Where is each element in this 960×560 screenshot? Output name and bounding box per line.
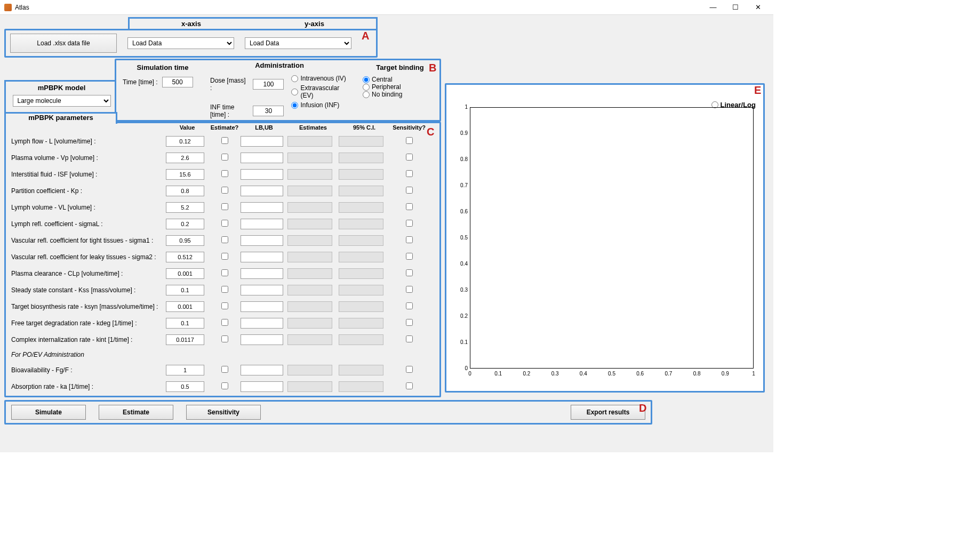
- param-value-input[interactable]: [166, 235, 204, 246]
- region-label-d: D: [639, 402, 646, 414]
- param-sensitivity-checkbox[interactable]: [406, 302, 413, 309]
- param-estimate-checkbox[interactable]: [221, 203, 228, 210]
- param-lbub-input[interactable]: [241, 169, 283, 180]
- target-option-2: No binding: [363, 91, 437, 98]
- param-sensitivity-checkbox[interactable]: [406, 319, 413, 326]
- param-row: Lymph refl. coefficient - sigmaL :: [11, 215, 434, 232]
- x-axis-select[interactable]: Load Data: [127, 37, 234, 49]
- param-sensitivity-checkbox[interactable]: [406, 253, 413, 260]
- param-lbub-input[interactable]: [241, 252, 283, 262]
- close-button[interactable]: ✕: [747, 1, 769, 14]
- param-estimate-checkbox[interactable]: [221, 137, 228, 144]
- param-lbub-input[interactable]: [241, 318, 283, 329]
- param-value-input[interactable]: [166, 219, 204, 229]
- target-radio-1[interactable]: [363, 84, 370, 91]
- param-sensitivity-checkbox[interactable]: [406, 335, 413, 342]
- param-value-input[interactable]: [166, 186, 204, 196]
- inf-time-label: INF time [time] :: [210, 103, 249, 118]
- sensitivity-button[interactable]: Sensitivity: [186, 405, 261, 420]
- param-estimate-checkbox[interactable]: [221, 319, 228, 326]
- x-tick: 0: [463, 371, 477, 377]
- admin-radio-label: Intravenous (IV): [300, 75, 346, 82]
- param-sensitivity-checkbox[interactable]: [406, 170, 413, 177]
- param-value-input[interactable]: [166, 285, 204, 295]
- param-lbub-input[interactable]: [241, 268, 283, 279]
- param-lbub-input[interactable]: [241, 381, 283, 392]
- param-lbub-input[interactable]: [241, 334, 283, 345]
- maximize-button[interactable]: ☐: [724, 1, 747, 14]
- admin-radio-label: Extravascular (EV): [300, 84, 349, 99]
- load-data-button[interactable]: Load .xlsx data file: [10, 34, 117, 53]
- col-sens: Sensitivity?: [390, 124, 428, 131]
- param-value-input[interactable]: [166, 202, 204, 213]
- param-estimate-checkbox[interactable]: [221, 220, 228, 227]
- admin-radio-0[interactable]: [291, 75, 298, 82]
- param-lbub-input[interactable]: [241, 186, 283, 196]
- param-sensitivity-checkbox[interactable]: [406, 286, 413, 293]
- param-sensitivity-checkbox[interactable]: [406, 154, 413, 161]
- admin-option-1: Extravascular (EV): [291, 84, 349, 99]
- param-ci-display: [339, 153, 383, 163]
- param-sensitivity-checkbox[interactable]: [406, 220, 413, 227]
- param-value-input[interactable]: [166, 334, 204, 345]
- param-lbub-input[interactable]: [241, 153, 283, 163]
- minimize-button[interactable]: —: [702, 1, 724, 14]
- param-sensitivity-checkbox[interactable]: [406, 382, 413, 389]
- target-radio-0[interactable]: [363, 76, 370, 83]
- inf-time-input[interactable]: [253, 106, 284, 116]
- param-value-input[interactable]: [166, 268, 204, 279]
- param-estimate-checkbox[interactable]: [221, 366, 228, 373]
- simulate-button[interactable]: Simulate: [11, 405, 86, 420]
- param-value-input[interactable]: [166, 301, 204, 312]
- admin-radio-2[interactable]: [291, 102, 298, 109]
- param-value-input[interactable]: [166, 381, 204, 392]
- admin-radio-1[interactable]: [291, 89, 298, 95]
- param-estimate-checkbox[interactable]: [221, 170, 228, 177]
- param-value-input[interactable]: [166, 169, 204, 180]
- param-estimate-checkbox[interactable]: [221, 253, 228, 260]
- param-estimate-checkbox[interactable]: [221, 269, 228, 276]
- param-estimate-checkbox[interactable]: [221, 302, 228, 309]
- target-radio-label: Central: [372, 76, 393, 83]
- param-ci-display: [339, 381, 383, 392]
- param-lbub-input[interactable]: [241, 136, 283, 147]
- param-estimate-checkbox[interactable]: [221, 382, 228, 389]
- param-value-input[interactable]: [166, 318, 204, 329]
- panel-c: Value Estimate? LB,UB Estimates 95% C.I.…: [4, 122, 441, 397]
- param-value-input[interactable]: [166, 252, 204, 262]
- param-lbub-input[interactable]: [241, 219, 283, 229]
- model-select[interactable]: Large molecule: [13, 95, 111, 107]
- param-lbub-input[interactable]: [241, 202, 283, 213]
- param-estimates-display: [287, 169, 332, 180]
- param-sensitivity-checkbox[interactable]: [406, 236, 413, 243]
- dose-input[interactable]: [253, 79, 284, 90]
- param-sensitivity-checkbox[interactable]: [406, 137, 413, 144]
- param-lbub-input[interactable]: [241, 285, 283, 295]
- param-lbub-input[interactable]: [241, 235, 283, 246]
- panel-c-header: mPBPK parameters: [4, 112, 117, 124]
- param-label: Lymph flow - L [volume/time] :: [11, 138, 166, 145]
- y-axis-select[interactable]: Load Data: [245, 37, 351, 49]
- param-ci-display: [339, 186, 383, 196]
- param-sensitivity-checkbox[interactable]: [406, 366, 413, 373]
- param-sensitivity-checkbox[interactable]: [406, 187, 413, 194]
- param-label: Complex internalization rate - kint [1/t…: [11, 336, 166, 343]
- time-input[interactable]: [162, 77, 193, 87]
- param-value-input[interactable]: [166, 153, 204, 163]
- param-value-input[interactable]: [166, 136, 204, 147]
- param-estimate-checkbox[interactable]: [221, 236, 228, 243]
- param-value-input[interactable]: [166, 365, 204, 375]
- param-estimate-checkbox[interactable]: [221, 187, 228, 194]
- param-label: Lymph refl. coefficient - sigmaL :: [11, 220, 166, 228]
- param-sensitivity-checkbox[interactable]: [406, 269, 413, 276]
- param-sensitivity-checkbox[interactable]: [406, 203, 413, 210]
- estimate-button[interactable]: Estimate: [99, 405, 173, 420]
- param-estimate-checkbox[interactable]: [221, 335, 228, 342]
- region-label-b: B: [429, 62, 436, 74]
- param-estimate-checkbox[interactable]: [221, 286, 228, 293]
- param-estimate-checkbox[interactable]: [221, 154, 228, 161]
- target-radio-2[interactable]: [363, 91, 370, 98]
- param-lbub-input[interactable]: [241, 301, 283, 312]
- export-results-button[interactable]: Export results: [571, 405, 645, 420]
- param-lbub-input[interactable]: [241, 365, 283, 375]
